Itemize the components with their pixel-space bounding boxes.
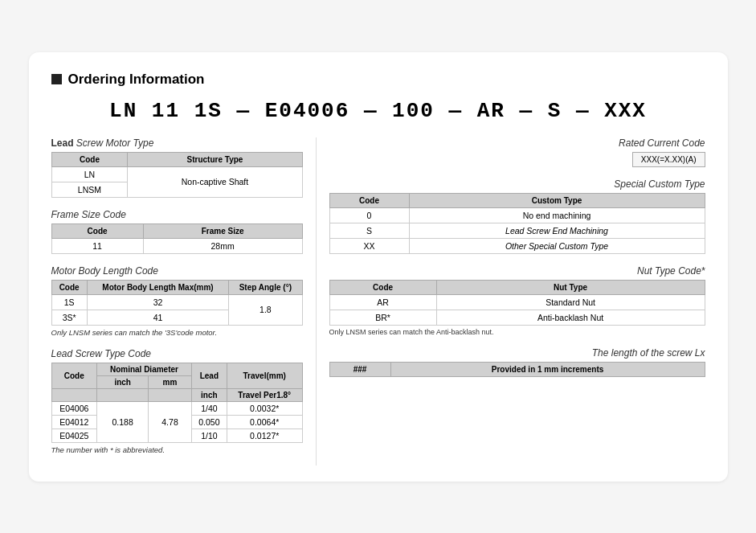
nut-type-section: Nut Type Code* Code Nut Type: [329, 265, 705, 336]
body-length-note: Only LNSM series can match the '3S'code …: [51, 328, 303, 337]
frame-size-title-text: Frame Size Code: [51, 209, 126, 220]
col-inch: inch: [97, 375, 149, 388]
cell: Anti-backlash Nut: [436, 310, 705, 325]
cell: Lead Screw End Machining: [409, 223, 705, 238]
section-title: Ordering Information: [51, 72, 705, 88]
frame-size-section: Frame Size Code Code Frame Size 11: [51, 209, 303, 254]
page-container: Ordering Information LN 11 1S — E04006 —…: [0, 0, 756, 533]
cell: 0.188: [97, 401, 149, 442]
body-length-title-text: Motor Body Length Code: [51, 265, 158, 277]
table-row: E04006 0.188 4.78 1/40 0.0032*: [51, 401, 302, 415]
cell: E04025: [51, 428, 97, 442]
rated-current-value: XXX(=X.XX)(A): [632, 152, 705, 167]
col-inch2: inch: [191, 388, 227, 401]
rated-current-box: XXX(=X.XX)(A): [329, 152, 705, 167]
screw-length-label-text: The length of the screw Lx: [592, 347, 705, 359]
lead-screw-table: Code Nominal Diameter Lead Travel(mm) in…: [51, 363, 303, 443]
frame-size-title: Frame Size Code: [51, 209, 303, 220]
left-column: Lead Screw Motor Type Code Structure Typ…: [51, 137, 317, 465]
cell: 1.8: [229, 294, 302, 325]
table-row: 0 No end machining: [329, 207, 705, 223]
col-nominal-diameter: Nominal Diameter: [97, 363, 192, 375]
col-blank3: [149, 388, 192, 401]
body-length-section: Motor Body Length Code Code Motor Body L…: [51, 265, 303, 337]
card: Ordering Information LN 11 1S — E04006 —…: [29, 52, 728, 482]
table-row: S Lead Screw End Machining: [329, 223, 705, 238]
cell: E04012: [51, 415, 97, 428]
col-frame-size: Frame Size: [143, 223, 302, 238]
motor-type-title-italic: Screw Motor Type: [74, 137, 154, 149]
motor-type-section: Lead Screw Motor Type Code Structure Typ…: [51, 137, 303, 198]
cell: 4.78: [149, 401, 192, 442]
cell: 3S*: [51, 310, 87, 325]
cell: LNSM: [51, 182, 128, 197]
cell: 0.050: [191, 415, 227, 428]
nut-type-table: Code Nut Type AR Standard Nut: [329, 280, 705, 326]
cell: 0.0064*: [227, 415, 302, 428]
motor-type-table: Code Structure Type LN Non-captive Shaft…: [51, 152, 303, 198]
right-column: Rated Current Code XXX(=X.XX)(A) Special…: [317, 137, 705, 465]
content-grid: Lead Screw Motor Type Code Structure Typ…: [51, 137, 705, 465]
col-code: Code: [329, 280, 436, 294]
col-lead: Lead: [191, 363, 227, 388]
col-blank: [51, 388, 97, 401]
col-code: Code: [51, 363, 97, 388]
lead-screw-note: The number with * is abbreviated.: [51, 445, 303, 454]
frame-size-table: Code Frame Size 11 28mm: [51, 223, 303, 254]
screw-length-label: The length of the screw Lx: [329, 347, 705, 359]
col-travel: Travel(mm): [227, 363, 302, 388]
cell: 0.0032*: [227, 401, 302, 415]
table-row: 11 28mm: [51, 238, 302, 253]
lead-screw-section: Lead Screw Type Code Code Nominal Diamet…: [51, 348, 303, 454]
section-title-text: Ordering Information: [68, 72, 205, 88]
cell: Other Special Custom Type: [409, 238, 705, 253]
cell: 0.0127*: [227, 428, 302, 442]
special-custom-section: Special Custom Type Code Custom Type: [329, 178, 705, 254]
cell: AR: [329, 294, 436, 310]
cell: 28mm: [143, 238, 302, 253]
cell: 0: [329, 207, 409, 223]
motor-type-title-bold: Lead: [51, 137, 74, 149]
cell: No end machining: [409, 207, 705, 223]
lead-screw-title: Lead Screw Type Code: [51, 348, 303, 359]
col-custom-type: Custom Type: [409, 193, 705, 207]
rated-current-section: Rated Current Code XXX(=X.XX)(A): [329, 137, 705, 167]
cell: 41: [87, 310, 228, 325]
col-code: Code: [329, 193, 409, 207]
col-code: Code: [51, 280, 87, 294]
cell: LN: [51, 166, 128, 182]
cell: 32: [87, 294, 228, 310]
col-mm: mm: [149, 375, 192, 388]
cell: Standard Nut: [436, 294, 705, 310]
table-row: LN Non-captive Shaft: [51, 166, 302, 182]
special-custom-table: Code Custom Type 0 No end machining: [329, 193, 705, 254]
col-step: Step Angle (°): [229, 280, 302, 294]
table-row: AR Standard Nut: [329, 294, 705, 310]
screw-length-table-wrapper: ### Provided in 1 mm increments: [329, 362, 705, 377]
rated-current-label: Rated Current Code: [329, 137, 705, 149]
cell: 1S: [51, 294, 87, 310]
nut-type-label-text: Nut Type Code*: [637, 265, 705, 277]
col-nut-type: Nut Type: [436, 280, 705, 294]
motor-type-title: Lead Screw Motor Type: [51, 137, 303, 149]
screw-length-table: ### Provided in 1 mm increments: [329, 362, 705, 377]
cell: XX: [329, 238, 409, 253]
special-custom-label: Special Custom Type: [329, 178, 705, 190]
cell: S: [329, 223, 409, 238]
col-code: Code: [51, 223, 143, 238]
screw-length-section: The length of the screw Lx ### Provided …: [329, 347, 705, 377]
col-description: Provided in 1 mm increments: [390, 362, 705, 376]
part-number: LN 11 1S — E04006 — 100 — AR — S — XXX: [51, 99, 705, 123]
cell: BR*: [329, 310, 436, 325]
special-custom-table-wrapper: Code Custom Type 0 No end machining: [329, 193, 705, 254]
lead-screw-title-text: Lead Screw Type Code: [51, 348, 152, 359]
cell: 1/10: [191, 428, 227, 442]
table-row: BR* Anti-backlash Nut: [329, 310, 705, 325]
col-structure: Structure Type: [128, 152, 302, 166]
nut-type-label: Nut Type Code*: [329, 265, 705, 277]
cell: E04006: [51, 401, 97, 415]
body-length-title: Motor Body Length Code: [51, 265, 303, 277]
cell: Non-captive Shaft: [128, 166, 302, 197]
nut-type-note: Only LNSM series can match the Anti-back…: [329, 328, 705, 336]
table-row: XX Other Special Custom Type: [329, 238, 705, 253]
